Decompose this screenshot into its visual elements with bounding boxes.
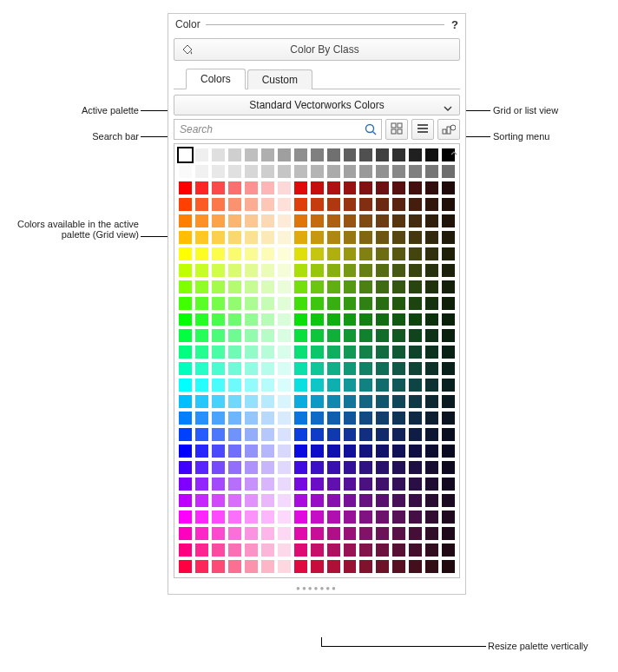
color-swatch[interactable] [326, 230, 341, 245]
color-swatch[interactable] [211, 247, 226, 261]
color-swatch[interactable] [375, 313, 390, 327]
color-swatch[interactable] [260, 526, 275, 541]
color-swatch[interactable] [375, 247, 390, 261]
color-swatch[interactable] [375, 444, 390, 458]
color-swatch[interactable] [343, 345, 358, 359]
color-swatch[interactable] [211, 164, 226, 179]
color-swatch[interactable] [244, 526, 259, 541]
color-swatch[interactable] [441, 164, 456, 179]
color-swatch[interactable] [358, 526, 373, 541]
color-swatch[interactable] [244, 296, 259, 311]
color-swatch[interactable] [277, 247, 292, 261]
color-swatch[interactable] [326, 411, 341, 425]
color-swatch[interactable] [343, 378, 358, 392]
color-swatch[interactable] [343, 394, 358, 409]
list-view-button[interactable] [411, 119, 434, 140]
color-swatch[interactable] [358, 477, 373, 491]
color-swatch[interactable] [391, 361, 406, 376]
color-swatch[interactable] [260, 164, 275, 179]
color-swatch[interactable] [408, 460, 423, 475]
color-swatch[interactable] [178, 378, 193, 392]
color-swatch[interactable] [178, 247, 193, 261]
color-swatch[interactable] [441, 181, 456, 195]
color-swatch[interactable] [293, 197, 308, 212]
color-swatch[interactable] [375, 230, 390, 245]
color-swatch[interactable] [211, 559, 226, 574]
color-swatch[interactable] [194, 328, 209, 343]
color-swatch[interactable] [408, 230, 423, 245]
color-swatch[interactable] [375, 280, 390, 294]
color-swatch[interactable] [375, 197, 390, 212]
color-swatch[interactable] [441, 280, 456, 294]
color-swatch[interactable] [358, 296, 373, 311]
color-swatch[interactable] [326, 313, 341, 327]
color-swatch[interactable] [227, 477, 242, 491]
color-swatch[interactable] [260, 181, 275, 195]
color-swatch[interactable] [211, 477, 226, 491]
color-swatch[interactable] [326, 345, 341, 359]
color-swatch[interactable] [408, 164, 423, 179]
color-swatch[interactable] [178, 280, 193, 294]
color-swatch[interactable] [358, 394, 373, 409]
color-swatch[interactable] [194, 313, 209, 327]
color-swatch[interactable] [244, 460, 259, 475]
color-swatch[interactable] [441, 543, 456, 557]
color-swatch[interactable] [194, 559, 209, 574]
color-swatch[interactable] [408, 361, 423, 376]
color-swatch[interactable] [194, 510, 209, 524]
color-swatch[interactable] [277, 510, 292, 524]
color-swatch[interactable] [310, 197, 325, 212]
color-swatch[interactable] [391, 280, 406, 294]
color-swatch[interactable] [391, 411, 406, 425]
color-swatch[interactable] [310, 328, 325, 343]
color-swatch[interactable] [375, 493, 390, 508]
color-swatch[interactable] [293, 214, 308, 228]
color-swatch[interactable] [277, 394, 292, 409]
color-swatch[interactable] [293, 378, 308, 392]
color-swatch[interactable] [424, 444, 439, 458]
color-swatch[interactable] [424, 313, 439, 327]
color-swatch[interactable] [211, 510, 226, 524]
color-swatch[interactable] [260, 296, 275, 311]
color-swatch[interactable] [178, 214, 193, 228]
color-swatch[interactable] [375, 181, 390, 195]
color-swatch[interactable] [194, 181, 209, 195]
color-swatch[interactable] [310, 526, 325, 541]
color-swatch[interactable] [424, 543, 439, 557]
color-swatch[interactable] [277, 345, 292, 359]
color-swatch[interactable] [326, 214, 341, 228]
color-swatch[interactable] [326, 263, 341, 278]
color-swatch[interactable] [310, 378, 325, 392]
palette-dropdown[interactable]: Standard Vectorworks Colors [174, 95, 460, 115]
color-swatch[interactable] [227, 313, 242, 327]
color-swatch[interactable] [227, 148, 242, 162]
color-swatch[interactable] [343, 543, 358, 557]
color-swatch[interactable] [178, 394, 193, 409]
color-swatch[interactable] [343, 313, 358, 327]
color-swatch[interactable] [343, 296, 358, 311]
color-swatch[interactable] [293, 164, 308, 179]
color-swatch[interactable] [358, 543, 373, 557]
color-swatch[interactable] [391, 510, 406, 524]
color-swatch[interactable] [211, 214, 226, 228]
color-swatch[interactable] [391, 247, 406, 261]
color-swatch[interactable] [178, 510, 193, 524]
color-swatch[interactable] [260, 444, 275, 458]
color-swatch[interactable] [244, 214, 259, 228]
color-swatch[interactable] [244, 378, 259, 392]
color-swatch[interactable] [310, 361, 325, 376]
color-swatch[interactable] [293, 543, 308, 557]
color-swatch[interactable] [358, 214, 373, 228]
color-swatch[interactable] [211, 411, 226, 425]
color-swatch[interactable] [227, 230, 242, 245]
color-swatch[interactable] [178, 526, 193, 541]
color-swatch[interactable] [178, 543, 193, 557]
color-swatch[interactable] [227, 345, 242, 359]
color-swatch[interactable] [343, 510, 358, 524]
color-swatch[interactable] [441, 361, 456, 376]
color-swatch[interactable] [310, 280, 325, 294]
color-swatch[interactable] [277, 313, 292, 327]
color-swatch[interactable] [408, 247, 423, 261]
color-swatch[interactable] [310, 510, 325, 524]
color-swatch[interactable] [343, 197, 358, 212]
